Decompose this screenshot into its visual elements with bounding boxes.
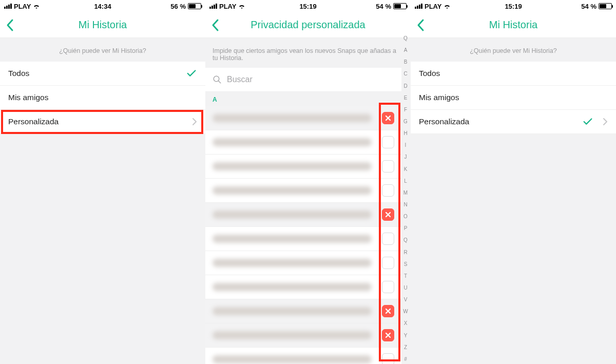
contacts-list <box>205 106 401 364</box>
contact-row[interactable] <box>205 203 401 227</box>
carrier-label: PLAY <box>219 3 236 10</box>
status-bar: PLAY 15:19 54 % <box>205 0 411 12</box>
wifi-icon <box>238 4 245 9</box>
contact-row[interactable] <box>205 323 401 348</box>
index-letter[interactable]: K <box>404 167 408 172</box>
contact-name-blurred <box>213 331 372 339</box>
option-label: Mis amigos <box>419 93 459 102</box>
contact-name-blurred <box>213 210 372 219</box>
clock: 15:19 <box>299 3 316 10</box>
index-letter[interactable]: # <box>404 357 407 362</box>
annotation-highlight <box>379 103 400 361</box>
back-button[interactable] <box>416 18 425 34</box>
index-letter[interactable]: M <box>403 190 408 196</box>
search-row[interactable] <box>205 68 401 92</box>
option-label: Personalizada <box>8 117 59 126</box>
battery-icon <box>393 3 407 9</box>
index-letter[interactable]: C <box>403 71 407 76</box>
clock: 14:34 <box>94 3 111 10</box>
option-label: Todos <box>419 69 440 78</box>
index-letter[interactable]: Q <box>403 36 408 41</box>
contact-row[interactable] <box>205 130 401 155</box>
contact-row[interactable] <box>205 155 401 179</box>
option-label: Mis amigos <box>8 93 48 102</box>
contact-name-blurred <box>213 283 372 291</box>
option-my-friends[interactable]: Mis amigos <box>0 86 205 110</box>
contact-row[interactable] <box>205 106 401 130</box>
index-letter[interactable]: B <box>404 60 408 65</box>
wifi-icon <box>33 4 40 9</box>
contact-row[interactable] <box>205 179 401 203</box>
signal-icon <box>4 4 12 9</box>
contact-name-blurred <box>213 186 372 195</box>
contact-name-blurred <box>213 114 372 122</box>
check-icon <box>186 68 197 79</box>
contact-row[interactable] <box>205 275 401 299</box>
section-description: ¿Quién puede ver Mi Historia? <box>0 38 205 62</box>
option-label: Todos <box>8 69 29 78</box>
index-letter[interactable]: A <box>404 48 408 53</box>
signal-icon <box>209 4 217 9</box>
index-letter[interactable]: E <box>404 95 408 101</box>
option-custom[interactable]: Personalizada <box>411 110 616 134</box>
index-letter[interactable]: J <box>405 155 407 160</box>
screen-my-story-after: PLAY 15:19 54 % Mi Historia ¿Quién puede… <box>411 0 616 364</box>
index-letter[interactable]: G <box>403 119 408 124</box>
index-letter[interactable]: F <box>404 107 407 112</box>
index-letter[interactable]: L <box>404 179 407 184</box>
nav-bar: Mi Historia <box>411 12 616 38</box>
status-bar: PLAY 14:34 56 % <box>0 0 205 12</box>
contact-name-blurred <box>213 307 372 315</box>
index-letter[interactable]: R <box>403 250 407 255</box>
contact-row[interactable] <box>205 299 401 323</box>
index-letter[interactable]: Q <box>403 238 408 243</box>
status-bar: PLAY 15:19 54 % <box>411 0 616 12</box>
index-letter[interactable]: V <box>404 297 408 302</box>
index-letter[interactable]: N <box>403 202 407 207</box>
carrier-label: PLAY <box>425 3 441 10</box>
battery-icon <box>188 3 201 9</box>
back-button[interactable] <box>5 18 14 34</box>
index-letter[interactable]: X <box>404 321 408 326</box>
index-letter[interactable]: H <box>403 131 407 136</box>
chevron-right-icon <box>192 118 197 126</box>
nav-bar: Mi Historia <box>0 12 205 38</box>
index-letter[interactable]: P <box>404 226 408 231</box>
alphabet-index[interactable]: QABCDEFGHIJKLMNOPQRSTUVWXYZ# <box>401 36 410 362</box>
index-letter[interactable]: O <box>403 214 408 219</box>
contact-row[interactable] <box>205 251 401 275</box>
screen-my-story-before: PLAY 14:34 56 % Mi Historia ¿Quién puede… <box>0 0 205 364</box>
chevron-left-icon <box>416 18 425 32</box>
nav-bar: Privacidad personalizada <box>205 12 411 38</box>
option-my-friends[interactable]: Mis amigos <box>411 86 616 110</box>
battery-pct: 54 % <box>376 3 391 10</box>
index-letter[interactable]: I <box>405 143 407 148</box>
option-everyone[interactable]: Todos <box>0 62 205 86</box>
search-input[interactable] <box>227 75 394 84</box>
section-letter-header: A <box>205 92 401 106</box>
search-icon <box>213 75 222 84</box>
index-letter[interactable]: Z <box>404 345 407 350</box>
contact-row[interactable] <box>205 227 401 251</box>
index-letter[interactable]: S <box>404 262 408 267</box>
battery-pct: 56 % <box>170 3 186 10</box>
screen-custom-privacy: PLAY 15:19 54 % Privacidad personalizada… <box>205 0 411 364</box>
chevron-right-icon <box>603 118 608 126</box>
options-list: Todos Mis amigos Personalizada <box>0 62 205 134</box>
option-custom[interactable]: Personalizada <box>0 110 205 134</box>
index-letter[interactable]: U <box>403 285 407 291</box>
clock: 15:19 <box>505 3 522 10</box>
index-letter[interactable]: W <box>403 309 408 314</box>
option-label: Personalizada <box>419 117 469 126</box>
wifi-icon <box>444 4 451 9</box>
check-icon <box>582 116 593 127</box>
index-letter[interactable]: Y <box>404 333 408 338</box>
carrier-label: PLAY <box>14 3 31 10</box>
contact-row[interactable] <box>205 348 401 364</box>
index-letter[interactable]: T <box>404 274 407 279</box>
contact-name-blurred <box>213 259 372 267</box>
back-button[interactable] <box>210 18 220 34</box>
option-everyone[interactable]: Todos <box>411 62 616 86</box>
options-list: Todos Mis amigos Personalizada <box>411 62 616 134</box>
index-letter[interactable]: D <box>403 84 407 89</box>
